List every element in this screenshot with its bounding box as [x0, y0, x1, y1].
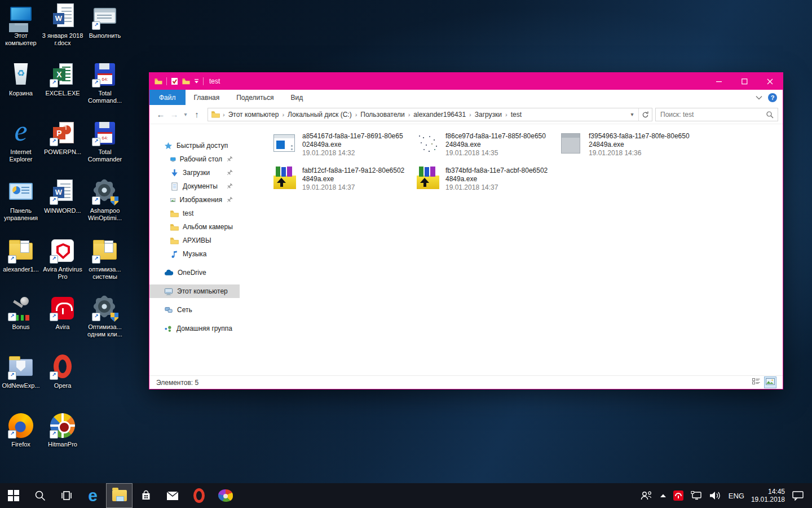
desktop-icon-alexander-folder[interactable]: alexander1... — [0, 237, 42, 273]
taskbar-file-explorer-button[interactable] — [106, 483, 133, 508]
file-item-4[interactable]: fabf12cf-fa8a-11e7-9a12-80e65024849a.exe… — [272, 167, 413, 192]
search-input[interactable] — [656, 111, 766, 119]
help-button[interactable]: ? — [768, 93, 777, 102]
language-indicator[interactable]: ENG — [729, 492, 744, 500]
desktop-icon-winword[interactable]: WINWORD... — [42, 178, 83, 214]
sidebar-item-this-pc[interactable]: Этот компьютер — [149, 284, 240, 298]
sidebar-item-homegroup[interactable]: Домашняя группа — [149, 322, 240, 335]
desktop-icon-internet-explorer[interactable]: e Internet Explorer — [0, 120, 42, 163]
crumb-users[interactable]: Пользователи — [358, 111, 407, 119]
file-explorer-icon — [112, 490, 127, 501]
refresh-button[interactable] — [638, 108, 652, 121]
title-bar[interactable]: test — [149, 73, 783, 90]
desktop-icon-opera[interactable]: Opera — [42, 353, 83, 389]
tab-share[interactable]: Поделиться — [228, 90, 282, 105]
file-name: a854167d-fa8a-11e7-8691-80e65024849a.exe — [302, 132, 405, 149]
desktop-icon-firefox[interactable]: Firefox — [0, 412, 42, 448]
sidebar-item-quick-access[interactable]: Быстрый доступ — [149, 139, 240, 152]
forward-button[interactable]: → — [167, 110, 181, 119]
clock[interactable]: 14:45 19.01.2018 — [751, 488, 785, 503]
separator — [203, 77, 204, 85]
people-icon[interactable] — [639, 491, 653, 501]
file-name: f3954963-fa8a-11e7-80fe-80e65024849a.exe — [589, 132, 691, 149]
desktop-icon-this-pc[interactable]: Этот компьютер — [0, 3, 42, 47]
volume-icon[interactable] — [709, 491, 722, 501]
file-item-2[interactable]: f86ce97d-fa8a-11e7-885f-80e65024849a.exe… — [416, 132, 557, 157]
taskbar-paint-button[interactable] — [212, 483, 239, 508]
breadcrumb[interactable]: › Этот компьютер › Локальный диск (C:) ›… — [208, 108, 652, 121]
network-tray-icon[interactable] — [690, 491, 703, 501]
desktop-icon-total-commander-2[interactable]: Total Commander — [84, 120, 126, 163]
sidebar-item-onedrive[interactable]: OneDrive — [149, 266, 240, 279]
details-view-button[interactable] — [751, 377, 761, 388]
explorer-window: test Файл Главная Поделиться Вид ? ← → ▾… — [149, 72, 783, 389]
tab-home[interactable]: Главная — [186, 90, 228, 105]
taskbar-opera-button[interactable] — [186, 483, 212, 508]
up-button[interactable]: ↑ — [190, 110, 204, 119]
desktop-icon-run[interactable]: Выполнить — [84, 3, 126, 40]
close-button[interactable] — [757, 73, 783, 90]
qat-customize-dropdown[interactable] — [194, 79, 199, 84]
desktop-icon-avira-antivirus-pro[interactable]: Avira Antivirus Pro — [42, 237, 83, 281]
sidebar-item-camera-album[interactable]: Альбом камеры — [149, 220, 240, 234]
file-item-3[interactable]: f3954963-fa8a-11e7-80fe-80e65024849a.exe… — [559, 132, 700, 157]
recent-locations-dropdown[interactable]: ▾ — [181, 111, 190, 117]
sidebar-item-test[interactable]: test — [149, 207, 240, 220]
tab-view[interactable]: Вид — [282, 90, 311, 105]
music-note-icon — [170, 250, 179, 259]
minimize-button[interactable] — [707, 73, 732, 90]
avira-tray-icon[interactable] — [673, 491, 683, 501]
sidebar-item-archives[interactable]: АРХИВЫ — [149, 234, 240, 247]
taskbar-store-button[interactable] — [133, 483, 159, 508]
tab-file[interactable]: Файл — [149, 90, 186, 105]
search-icon[interactable] — [766, 111, 774, 119]
floppy-disk-icon — [91, 120, 118, 147]
taskbar-edge-button[interactable]: e — [80, 483, 106, 508]
sidebar-item-music[interactable]: Музыка — [149, 247, 240, 261]
desktop-icon-label: Internet Explorer — [0, 148, 42, 163]
desktop-icon-oldnewexplorer[interactable]: OldNewExp... — [0, 353, 42, 389]
desktop-icon-excel[interactable]: EXCEL.EXE — [42, 61, 83, 97]
search-box[interactable] — [655, 108, 778, 121]
desktop-icon-control-panel[interactable]: Панель управления — [0, 178, 42, 222]
desktop-icon-powerpoint[interactable]: POWERPN... — [42, 120, 83, 156]
desktop-icon-ashampoo[interactable]: Ashampoo WinOptimi... — [84, 178, 126, 222]
sidebar-label: Этот компьютер — [177, 287, 228, 295]
properties-button[interactable] — [171, 77, 178, 85]
desktop-icon-bonus[interactable]: Bonus — [0, 295, 42, 331]
address-dropdown[interactable]: ▾ — [626, 111, 638, 117]
crumb-user[interactable]: alexander196431 — [411, 111, 469, 119]
expand-ribbon-button[interactable] — [756, 95, 762, 100]
desktop-icon-avira[interactable]: Avira — [42, 295, 83, 331]
taskbar-search-button[interactable] — [27, 483, 53, 508]
action-center-button[interactable] — [792, 491, 804, 501]
sidebar-item-pictures[interactable]: Изображения — [149, 193, 240, 207]
sidebar-item-desktop[interactable]: Рабочий стол — [149, 152, 240, 166]
new-folder-button[interactable] — [182, 78, 190, 85]
sidebar-item-documents[interactable]: Документы — [149, 179, 240, 193]
thumbnail-view-button[interactable] — [765, 377, 776, 388]
desktop-icon-docx[interactable]: 3 января 2018 г.docx — [42, 3, 83, 47]
desktop-icon-total-commander-1[interactable]: Total Command... — [84, 61, 126, 104]
crumb-this-pc[interactable]: Этот компьютер — [226, 111, 282, 119]
crumb-local-disk[interactable]: Локальный диск (C:) — [285, 111, 355, 119]
desktop-icon-one-click-optimization[interactable]: Оптимиза... одним кли... — [84, 295, 126, 338]
file-list[interactable]: a854167d-fa8a-11e7-8691-80e65024849a.exe… — [240, 124, 783, 375]
sidebar-item-downloads[interactable]: Загрузки — [149, 166, 240, 179]
show-hidden-icons-button[interactable] — [660, 493, 667, 498]
desktop-icon-label: Оптимиза... одним кли... — [84, 323, 126, 338]
crumb-test[interactable]: test — [508, 111, 524, 119]
file-item-1[interactable]: a854167d-fa8a-11e7-8691-80e65024849a.exe… — [272, 132, 413, 157]
start-button[interactable] — [0, 483, 27, 508]
desktop-icon-optimization-folder[interactable]: оптимиза... системы — [84, 237, 126, 281]
crumb-downloads[interactable]: Загрузки — [472, 111, 505, 119]
desktop-icon-hitmanpro[interactable]: HitmanPro — [42, 412, 83, 448]
file-item-5[interactable]: fb374bfd-fa8a-11e7-acbf-80e65024849a.exe… — [416, 167, 557, 192]
desktop-icon-recycle-bin[interactable]: Корзина — [0, 61, 42, 97]
maximize-button[interactable] — [732, 73, 757, 90]
sidebar-item-network[interactable]: Сеть — [149, 303, 240, 317]
task-view-button[interactable] — [53, 483, 80, 508]
back-button[interactable]: ← — [154, 110, 167, 119]
file-date: 19.01.2018 14:37 — [302, 183, 405, 192]
taskbar-mail-button[interactable] — [159, 483, 186, 508]
